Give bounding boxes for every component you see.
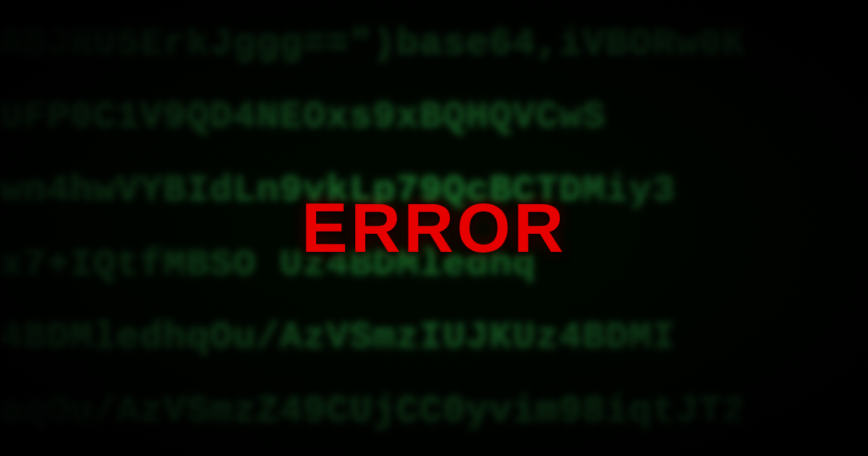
code-line: ABJRU5ErkJggg==")base64,iVBORw0K bbox=[0, 16, 868, 72]
code-line: UFP0C1V9QD4NEOxs9xBQHQVCwS bbox=[0, 89, 868, 145]
code-line: aqOu/AzVSmzZ49CUjCC0yvim98iqtJT2 bbox=[0, 384, 868, 440]
error-label: ERROR bbox=[302, 188, 567, 268]
code-line: 4BDMledhqOu/AzVSmzIUJKUz4BDMI bbox=[0, 310, 868, 366]
